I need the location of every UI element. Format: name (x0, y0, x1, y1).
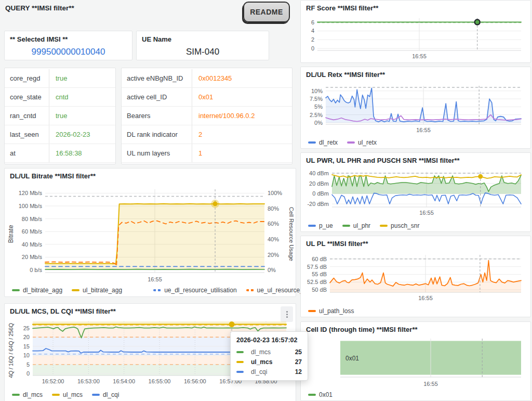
tooltip-row: dl_mcs25 (236, 348, 302, 356)
ul-pwr-chart[interactable]: -20 dBm0 dBm20 dBm40 dBm16:55 (304, 167, 528, 217)
legend-item-dl_bitrate_agg[interactable]: dl_bitrate_agg (12, 287, 62, 294)
table-row-label: core_state (5, 88, 49, 106)
svg-text:16:55: 16:55 (412, 53, 427, 59)
mcs-panel-title[interactable]: DL/UL MCS, DL CQI **IMSI filter** (10, 307, 116, 315)
ue-name-value: SIM-040 (137, 47, 269, 57)
legend-label: dl_bitrate_agg (23, 287, 62, 294)
readme-button[interactable]: README (243, 2, 290, 22)
svg-text:0: 0 (311, 45, 314, 51)
legend-series-marker (52, 394, 60, 396)
table-row-value: 2026-02-23 (49, 131, 90, 138)
legend-label: ul_mcs (63, 391, 83, 398)
svg-text:0 dBm: 0 dBm (312, 190, 329, 197)
svg-text:25: 25 (23, 325, 30, 331)
legend-item-pusch_snr[interactable]: pusch_snr (380, 222, 419, 229)
legend-item-0x01[interactable]: 0x01 (308, 391, 332, 398)
bitrate-legend: dl_bitrate_aggul_bitrate_aggue_dl_resour… (12, 287, 339, 294)
ul-pwr-panel-title[interactable]: UL PWR, UL PHR and PUSCH SNR **IMSI filt… (306, 157, 460, 164)
legend-item-dl_mcs[interactable]: dl_mcs (12, 391, 43, 398)
legend-item-ul_bitrate_agg[interactable]: ul_bitrate_agg (72, 287, 122, 294)
legend-label: ul_phr (353, 222, 370, 229)
retx-chart[interactable]: 0%2.5%5%7.5%10%16:55 (304, 82, 528, 135)
tooltip-series-value: 12 (295, 368, 302, 376)
legend-item-ul_retx[interactable]: ul_retx (347, 139, 377, 146)
table-row-label: DL rank indicator (122, 125, 192, 144)
legend-item-ul_path_loss[interactable]: ul_path_loss (308, 307, 354, 315)
mcs-y-axis-label: 4Q / 16Q / 64Q / 256Q (8, 323, 14, 378)
svg-text:16:52:00: 16:52:00 (42, 378, 64, 384)
panel-cell-id: Cell ID (through time) **IMSI filter** 1… (300, 321, 531, 401)
bitrate-panel-title[interactable]: DL/UL Bitrate **IMSI filter** (10, 172, 96, 180)
bitrate-chart[interactable]: 0 b/s20 Mb/s40 Mb/s60 Mb/s80 Mb/s100 Mb/… (15, 184, 288, 284)
svg-text:20%: 20% (268, 252, 279, 258)
table-row-value: 0x01 (192, 93, 213, 101)
svg-text:50 dB: 50 dB (312, 287, 327, 293)
legend-item-ul_phr[interactable]: ul_phr (342, 222, 370, 229)
legend-series-marker (12, 394, 20, 396)
svg-text:55 dB: 55 dB (312, 271, 327, 277)
svg-text:16:55: 16:55 (418, 295, 433, 301)
table-row-value: true (49, 74, 67, 82)
tooltip-row: ul_mcs27 (236, 358, 302, 366)
panel-active-cell: active eNBgNB_ID0x0012345active cell_ID0… (121, 68, 292, 164)
bitrate-y-axis-label: Bitrate (7, 225, 15, 243)
table-row-label: UL num layers (122, 144, 192, 162)
legend-label: 0x01 (319, 391, 332, 398)
legend-series-marker (342, 225, 350, 227)
table-row-label: ran_cntd (5, 107, 49, 125)
tooltip-series-marker (236, 351, 244, 353)
legend-series-marker (246, 289, 254, 291)
table-row-value: 2 (192, 131, 202, 138)
rf-score-panel-title[interactable]: RF Score **IMSI filter** (306, 4, 378, 12)
legend-series-marker (12, 289, 20, 291)
svg-text:-20 dBm: -20 dBm (307, 201, 329, 207)
legend-series-marker (153, 289, 161, 291)
ul-pwr-legend: p_ueul_phrpusch_snr (308, 222, 429, 229)
svg-text:16:53:00: 16:53:00 (77, 378, 100, 384)
svg-text:0%: 0% (268, 267, 276, 273)
cell-id-legend: 0x01 (308, 391, 342, 398)
legend-label: ue_dl_resource_utilisation (164, 287, 236, 294)
legend-series-marker (308, 141, 316, 144)
svg-text:40 dBm: 40 dBm (309, 170, 329, 176)
cell-id-chart[interactable]: 16:55 (304, 335, 528, 389)
svg-text:120 Mb/s: 120 Mb/s (19, 190, 43, 196)
svg-text:20 dBm: 20 dBm (309, 180, 329, 187)
page-title: QUERY **IMSI filter** (5, 4, 74, 12)
rf-score-chart[interactable]: 024616:55 (304, 14, 528, 61)
table-row-label: Bearers (122, 107, 192, 125)
retx-panel-title[interactable]: DL/UL Retx **IMSI filter** (306, 71, 385, 79)
tooltip-series-label: dl_mcs (251, 348, 295, 356)
legend-item-p_ue[interactable]: p_ue (308, 222, 333, 229)
svg-text:2: 2 (311, 36, 314, 43)
svg-text:60 Mb/s: 60 Mb/s (22, 228, 43, 235)
table-row-label: active eNBgNB_ID (122, 69, 192, 87)
legend-label: ul_retx (358, 139, 377, 146)
legend-series-marker (347, 141, 355, 144)
svg-text:40%: 40% (268, 236, 279, 242)
tooltip-series-marker (236, 361, 244, 363)
svg-text:0%: 0% (314, 120, 323, 126)
legend-item-ul_mcs[interactable]: ul_mcs (52, 391, 83, 398)
table-row-label: core_regd (5, 69, 49, 87)
mcs-legend: dl_mcsul_mcsdl_cqi (12, 391, 128, 398)
ul-pl-panel-title[interactable]: UL PL **IMSI filter** (306, 240, 368, 248)
legend-label: pusch_snr (391, 222, 419, 229)
cell-id-panel-title[interactable]: Cell ID (through time) **IMSI filter** (306, 326, 418, 333)
legend-series-marker (380, 225, 388, 227)
table-row: active eNBgNB_ID0x0012345 (122, 69, 292, 88)
selected-imsi-value[interactable]: 999500000010040 (5, 47, 132, 57)
legend-series-marker (92, 394, 100, 396)
legend-series-marker (72, 289, 79, 291)
ul-pl-chart[interactable]: 50 dB52.5 dB55 dB57.5 dB60 dB16:55 (304, 251, 528, 303)
panel-rf-score: RF Score **IMSI filter** 024616:55 (300, 0, 531, 63)
svg-text:0: 0 (26, 370, 30, 377)
table-row-value: 16:58:38 (49, 149, 82, 157)
legend-item-dl_cqi[interactable]: dl_cqi (92, 391, 119, 398)
panel-ul-pwr: UL PWR, UL PHR and PUSCH SNR **IMSI filt… (300, 152, 531, 232)
svg-text:16:55: 16:55 (148, 276, 162, 282)
tooltip-series-label: ul_mcs (251, 358, 295, 366)
legend-item-dl_retx[interactable]: dl_retx (308, 139, 338, 146)
svg-text:57.5 dB: 57.5 dB (307, 264, 327, 270)
legend-item-ue_dl_resource_utilisation[interactable]: ue_dl_resource_utilisation (153, 287, 236, 294)
